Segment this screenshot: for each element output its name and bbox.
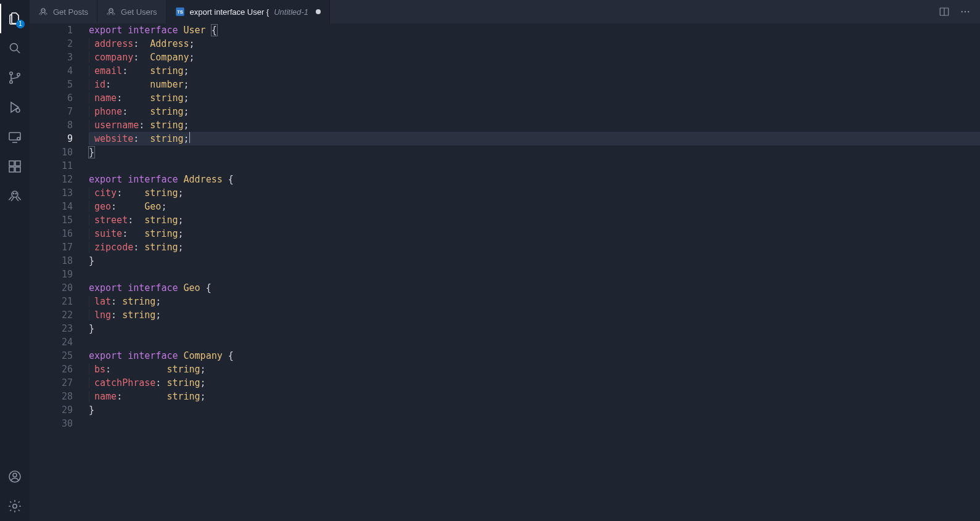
code-line[interactable]: lng: string; (89, 308, 980, 322)
line-number: 17 (30, 240, 73, 254)
svg-rect-8 (9, 161, 14, 166)
code-token: string (144, 242, 178, 253)
code-line[interactable]: email: string; (89, 64, 980, 78)
tab-sublabel: Untitled-1 (274, 7, 308, 17)
tab-2[interactable]: TSexport interface User {Untitled-1 (167, 0, 330, 23)
svg-point-4 (17, 73, 20, 76)
code-line[interactable]: username: string; (89, 118, 980, 132)
code-token: string (167, 377, 200, 388)
line-number: 6 (30, 91, 73, 105)
svg-text:TS: TS (177, 9, 183, 15)
code-line[interactable] (89, 159, 980, 173)
code-line[interactable]: website: string; (89, 132, 980, 146)
activity-explorer[interactable]: 1 (0, 4, 30, 33)
line-number: 19 (30, 268, 73, 281)
code-line[interactable]: export interface User { (89, 23, 980, 37)
activity-quokka[interactable] (0, 181, 30, 211)
code-line[interactable]: street: string; (89, 213, 980, 227)
code-token: } (88, 146, 95, 158)
code-line[interactable]: } (89, 254, 980, 268)
activity-extensions[interactable] (0, 152, 30, 181)
code-token: Company (150, 52, 189, 63)
code-token: } (89, 323, 94, 334)
tab-0[interactable]: Get Posts (30, 0, 97, 23)
code-line[interactable]: address: Address; (89, 37, 980, 51)
code-token: ; (200, 391, 206, 402)
code-token: interface (128, 25, 178, 36)
code-line[interactable]: } (89, 146, 980, 159)
code-token: export (89, 25, 122, 36)
ellipsis-icon (960, 6, 971, 17)
code-line[interactable]: lat: string; (89, 295, 980, 308)
code-line[interactable]: company: Company; (89, 51, 980, 64)
code-token: ; (178, 187, 183, 199)
explorer-badge: 1 (16, 20, 25, 28)
code-token: suite (94, 228, 122, 239)
line-number: 20 (30, 281, 73, 295)
code-token: ; (189, 38, 195, 49)
code-area: export interface User {address: Address;… (89, 23, 980, 521)
code-line[interactable]: suite: string; (89, 227, 980, 240)
line-number: 28 (30, 390, 73, 403)
activity-search[interactable] (0, 33, 30, 63)
line-number: 12 (30, 173, 73, 186)
octopus-icon (7, 189, 22, 203)
code-line[interactable]: city: string; (89, 186, 980, 200)
code-token: catchPhrase (94, 377, 155, 388)
code-token (122, 174, 128, 185)
code-line[interactable]: export interface Company { (89, 349, 980, 363)
activity-accounts[interactable] (0, 462, 30, 491)
code-token: Address (150, 38, 189, 49)
code-token: : (139, 120, 150, 131)
activity-settings[interactable] (0, 491, 30, 521)
code-line[interactable]: } (89, 322, 980, 335)
code-token: number (150, 79, 183, 90)
code-line[interactable]: phone: string; (89, 105, 980, 118)
svg-point-20 (44, 10, 44, 10)
line-number: 26 (30, 363, 73, 376)
code-line[interactable]: } (89, 403, 980, 417)
code-token: Address (184, 174, 223, 185)
split-editor-button[interactable] (936, 3, 953, 20)
code-line[interactable]: zipcode: string; (89, 240, 980, 254)
tab-1[interactable]: Get Users (97, 0, 167, 23)
svg-point-18 (41, 9, 46, 13)
code-line[interactable]: id: number; (89, 78, 980, 91)
more-actions-button[interactable] (957, 3, 974, 20)
code-token: export (89, 282, 122, 293)
code-line[interactable]: bs: string; (89, 363, 980, 376)
code-line[interactable]: export interface Address { (89, 173, 980, 186)
code-token: ; (161, 201, 167, 212)
svg-point-22 (110, 10, 110, 10)
code-token: ; (184, 120, 189, 131)
line-number: 11 (30, 159, 73, 173)
code-line[interactable]: name: string; (89, 91, 980, 105)
code-token: geo (94, 201, 111, 212)
code-token: ; (178, 215, 183, 226)
code-token: string (150, 133, 183, 144)
svg-rect-9 (15, 161, 20, 166)
code-line[interactable] (89, 268, 980, 281)
svg-point-21 (109, 9, 113, 13)
code-token: : (133, 133, 150, 144)
code-line[interactable] (89, 335, 980, 349)
code-line[interactable]: geo: Geo; (89, 200, 980, 213)
code-token: email (94, 65, 122, 76)
code-line[interactable]: name: string; (89, 390, 980, 403)
code-token: ; (184, 106, 189, 117)
code-line[interactable]: catchPhrase: string; (89, 376, 980, 390)
code-token: : (105, 364, 167, 375)
code-editor[interactable]: 1234567891011121314151617181920212223242… (30, 23, 980, 521)
activity-source-control[interactable] (0, 63, 30, 92)
code-token: Geo (184, 282, 200, 293)
typescript-icon: TS (175, 7, 185, 17)
code-line[interactable]: export interface Geo { (89, 281, 980, 295)
activity-run-debug[interactable] (0, 92, 30, 122)
code-token: lng (94, 310, 111, 321)
activity-bar: 1 (0, 0, 30, 521)
code-token: interface (128, 174, 178, 185)
code-line[interactable] (89, 417, 980, 430)
line-number: 25 (30, 349, 73, 363)
code-token (122, 25, 128, 36)
activity-remote[interactable] (0, 122, 30, 152)
